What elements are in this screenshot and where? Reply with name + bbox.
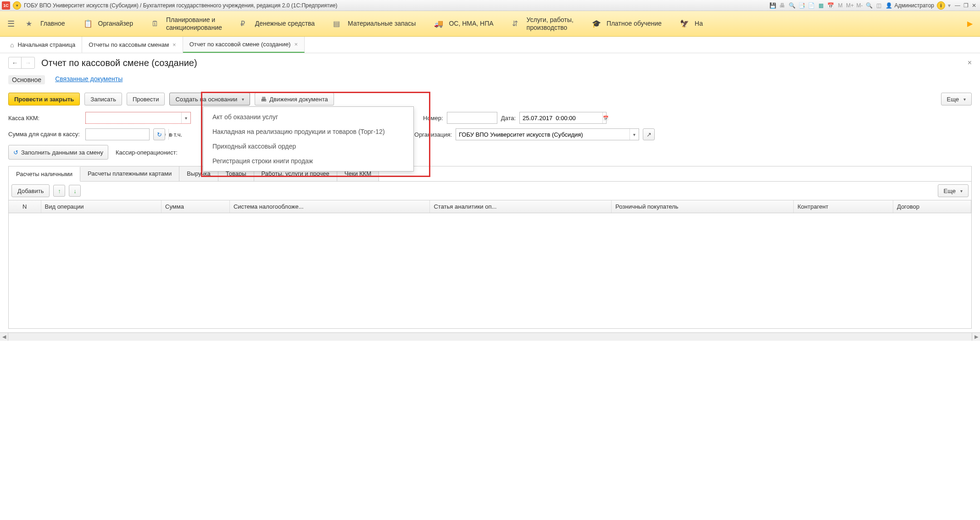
kassa-input[interactable] — [86, 112, 181, 123]
tab-home[interactable]: ⌂ Начальная страница — [4, 37, 82, 53]
save-icon[interactable]: 💾 — [768, 1, 777, 10]
date-label: Дата: — [501, 115, 516, 122]
m-icon[interactable]: M — [836, 1, 844, 10]
menu-items: ★ Главное 📋 Органайзер 🗓 Планирование и … — [26, 16, 963, 32]
nav-forward-button[interactable]: → — [22, 57, 34, 68]
burger-icon[interactable]: ☰ — [7, 19, 18, 29]
page-close-button[interactable]: × — [968, 59, 972, 67]
close-icon[interactable]: × — [294, 41, 298, 48]
kassa-field[interactable]: ▾ — [85, 112, 191, 124]
itab-cards[interactable]: Расчеты платежными картами — [80, 166, 179, 181]
col-op-type[interactable]: Вид операции — [41, 200, 161, 213]
nav-back-button[interactable]: ← — [9, 57, 22, 68]
add-row-button[interactable]: Добавить — [11, 184, 50, 197]
menu-overflow[interactable]: 🦅 На — [680, 19, 703, 28]
home-icon: ⌂ — [10, 41, 14, 49]
open-org-button[interactable]: ↗ — [643, 128, 655, 140]
menu-services[interactable]: ⇵ Услуги, работы, производство — [512, 16, 574, 32]
create-based-button[interactable]: Создать на основании — [169, 93, 250, 105]
mminus-icon[interactable]: M- — [855, 1, 863, 10]
dropdown-item-sales-book[interactable]: Регистрация строки книги продаж — [203, 154, 413, 168]
titlebar-dropdown-icon[interactable]: ▾ — [13, 1, 21, 10]
col-contract[interactable]: Договор — [893, 200, 971, 213]
close-icon[interactable]: × — [173, 41, 176, 48]
user-icon: 👤 — [885, 2, 892, 9]
menu-money[interactable]: ₽ Денежные средства — [240, 19, 315, 28]
page-title: Отчет по кассовой смене (создание) — [41, 58, 197, 68]
tab-reports[interactable]: Отчеты по кассовым сменам × — [82, 37, 183, 53]
more-button[interactable]: Еще — [941, 93, 972, 105]
panel-icon[interactable]: ◫ — [874, 1, 883, 10]
chevron-down-icon[interactable]: ▾ — [629, 129, 639, 140]
scroll-right-icon[interactable]: ▶ — [972, 333, 980, 341]
itab-cash[interactable]: Расчеты наличными — [9, 167, 80, 182]
chevron-down-icon[interactable]: ▾ — [181, 112, 190, 123]
table-wrap[interactable]: N Вид операции Сумма Система налогооблож… — [8, 200, 972, 329]
col-tax[interactable]: Система налогообложе... — [229, 200, 430, 213]
compare-icon[interactable]: 📑 — [797, 1, 806, 10]
user-label[interactable]: 👤 Администратор — [885, 2, 934, 9]
write-button[interactable]: Записать — [84, 93, 122, 105]
scroll-left-icon[interactable]: ◀ — [0, 333, 8, 341]
zoom-icon[interactable]: 🔍 — [865, 1, 873, 10]
col-buyer[interactable]: Розничный покупатель — [612, 200, 794, 213]
date-input[interactable] — [520, 112, 602, 123]
col-analytics[interactable]: Статья аналитики оп... — [430, 200, 612, 213]
subnav-main[interactable]: Основное — [8, 75, 45, 84]
grid-icon[interactable]: ▦ — [817, 1, 825, 10]
move-down-button[interactable]: ↓ — [69, 185, 81, 197]
menu-organizer[interactable]: 📋 Органайзер — [84, 19, 133, 28]
print-icon: 🖶 — [261, 96, 267, 103]
col-counterparty[interactable]: Контрагент — [794, 200, 893, 213]
menu-materials[interactable]: ▤ Материальные запасы — [333, 19, 416, 28]
menu-planning[interactable]: 🗓 Планирование и санкционирование — [151, 16, 222, 32]
print-icon[interactable]: 🖶 — [778, 1, 786, 10]
menu-main[interactable]: ★ Главное — [26, 19, 65, 28]
tab-home-label: Начальная страница — [17, 41, 75, 48]
dropdown-item-act[interactable]: Акт об оказании услуг — [203, 110, 413, 124]
number-input[interactable] — [447, 112, 530, 123]
menu-scroll-right-icon[interactable]: ▶ — [967, 19, 973, 28]
dropdown-item-invoice[interactable]: Накладная на реализацию продукции и това… — [203, 124, 413, 139]
info-icon[interactable]: i — [937, 1, 945, 10]
preview-icon[interactable]: 🔍 — [788, 1, 796, 10]
post-close-button[interactable]: Провести и закрыть — [8, 93, 80, 105]
subnav-related[interactable]: Связанные документы — [55, 75, 122, 84]
fill-shift-button[interactable]: ↺ Заполнить данными за смену — [8, 145, 108, 160]
dropdown-item-cash-order[interactable]: Приходный кассовый ордер — [203, 139, 413, 154]
tab-more-button[interactable]: Еще — [938, 184, 969, 197]
app-logo-icon: 1C — [2, 1, 10, 10]
menu-os[interactable]: 🚚 ОС, НМА, НПА — [434, 19, 493, 28]
org-field[interactable]: ▾ — [456, 128, 639, 140]
calendar-icon[interactable]: 📅 — [602, 112, 608, 123]
refresh-button[interactable]: ↻ — [153, 128, 165, 140]
form-row-3: ↺ Заполнить данными за смену Кассир-опер… — [8, 145, 972, 160]
close-button[interactable]: ✕ — [970, 1, 978, 10]
star-icon: ★ — [26, 19, 35, 28]
calendar-icon[interactable]: 📅 — [826, 1, 835, 10]
org-input[interactable] — [456, 129, 629, 140]
movements-label: Движения документа — [269, 96, 328, 103]
bottom-scrollbar[interactable]: ◀ ▶ — [0, 332, 980, 341]
menu-education[interactable]: 🎓 Платное обучение — [592, 19, 662, 28]
date-field[interactable]: 📅 — [519, 112, 607, 124]
col-sum[interactable]: Сумма — [161, 200, 230, 213]
tab-current-label: Отчет по кассовой смене (создание) — [189, 41, 291, 48]
maximize-button[interactable]: ❐ — [962, 1, 970, 10]
mplus-icon[interactable]: M+ — [846, 1, 854, 10]
move-up-button[interactable]: ↑ — [53, 185, 65, 197]
minimize-button[interactable]: — — [953, 1, 962, 10]
clipboard-icon: 📋 — [84, 19, 93, 28]
col-n[interactable]: N — [9, 200, 41, 213]
cashier-label: Кассир-операционист: — [116, 149, 178, 156]
sum-field[interactable]: ▭ — [85, 128, 150, 140]
number-field[interactable] — [447, 112, 497, 124]
post-button[interactable]: Провести — [127, 93, 165, 105]
tab-current[interactable]: Отчет по кассовой смене (создание) × — [183, 37, 305, 53]
info-dd-icon[interactable]: ▾ — [945, 1, 953, 10]
copy-icon[interactable]: 📄 — [807, 1, 815, 10]
sum-label: Сумма для сдачи в кассу: — [8, 131, 82, 138]
movements-button[interactable]: 🖶 Движения документа — [255, 93, 334, 105]
main-menu: ☰ ★ Главное 📋 Органайзер 🗓 Планирование … — [0, 11, 980, 37]
inner-tabs: Расчеты наличными Расчеты платежными кар… — [8, 166, 972, 181]
